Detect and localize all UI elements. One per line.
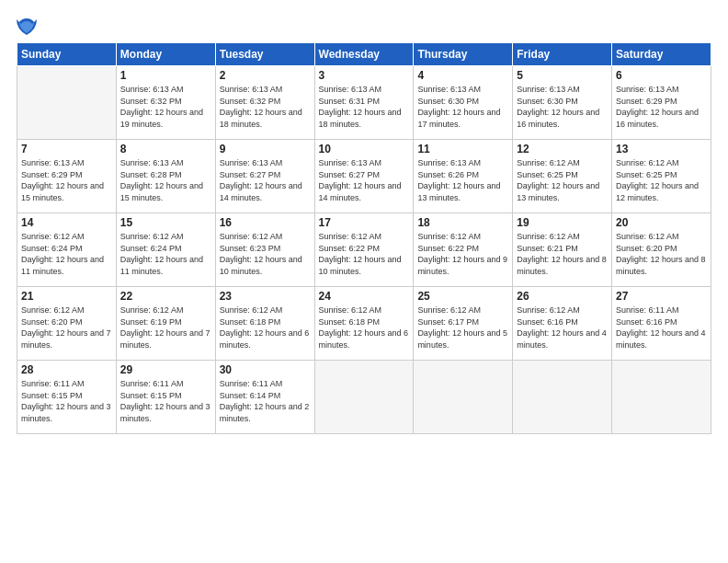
day-cell: 2Sunrise: 6:13 AM Sunset: 6:32 PM Daylig… bbox=[215, 66, 314, 140]
day-number: 15 bbox=[120, 216, 211, 229]
header bbox=[17, 17, 711, 37]
day-info: Sunrise: 6:12 AM Sunset: 6:20 PM Dayligh… bbox=[616, 231, 707, 277]
day-cell: 7Sunrise: 6:13 AM Sunset: 6:29 PM Daylig… bbox=[17, 140, 117, 213]
day-cell bbox=[17, 66, 117, 140]
day-number: 21 bbox=[21, 290, 112, 303]
day-info: Sunrise: 6:12 AM Sunset: 6:21 PM Dayligh… bbox=[517, 231, 608, 277]
day-cell: 24Sunrise: 6:12 AM Sunset: 6:18 PM Dayli… bbox=[314, 287, 414, 361]
day-cell bbox=[414, 361, 513, 434]
day-cell: 28Sunrise: 6:11 AM Sunset: 6:15 PM Dayli… bbox=[17, 361, 117, 434]
day-cell: 12Sunrise: 6:12 AM Sunset: 6:25 PM Dayli… bbox=[513, 140, 612, 213]
day-info: Sunrise: 6:11 AM Sunset: 6:14 PM Dayligh… bbox=[220, 378, 311, 424]
week-row-5: 28Sunrise: 6:11 AM Sunset: 6:15 PM Dayli… bbox=[17, 361, 711, 434]
week-row-2: 7Sunrise: 6:13 AM Sunset: 6:29 PM Daylig… bbox=[17, 140, 711, 213]
day-info: Sunrise: 6:13 AM Sunset: 6:30 PM Dayligh… bbox=[517, 84, 608, 130]
day-info: Sunrise: 6:12 AM Sunset: 6:18 PM Dayligh… bbox=[319, 304, 410, 350]
day-number: 30 bbox=[220, 363, 311, 376]
day-info: Sunrise: 6:13 AM Sunset: 6:30 PM Dayligh… bbox=[417, 84, 508, 130]
day-cell: 13Sunrise: 6:12 AM Sunset: 6:25 PM Dayli… bbox=[612, 140, 711, 213]
day-number: 28 bbox=[21, 363, 112, 376]
day-info: Sunrise: 6:12 AM Sunset: 6:18 PM Dayligh… bbox=[220, 304, 311, 350]
col-wednesday: Wednesday bbox=[314, 43, 414, 66]
day-cell: 15Sunrise: 6:12 AM Sunset: 6:24 PM Dayli… bbox=[116, 213, 215, 287]
day-number: 16 bbox=[220, 216, 311, 229]
day-cell: 22Sunrise: 6:12 AM Sunset: 6:19 PM Dayli… bbox=[116, 287, 215, 361]
day-info: Sunrise: 6:13 AM Sunset: 6:26 PM Dayligh… bbox=[417, 157, 508, 203]
day-info: Sunrise: 6:11 AM Sunset: 6:16 PM Dayligh… bbox=[616, 304, 707, 350]
page: Sunday Monday Tuesday Wednesday Thursday… bbox=[0, 0, 728, 563]
day-cell: 11Sunrise: 6:13 AM Sunset: 6:26 PM Dayli… bbox=[414, 140, 513, 213]
day-info: Sunrise: 6:13 AM Sunset: 6:29 PM Dayligh… bbox=[21, 157, 112, 203]
week-row-4: 21Sunrise: 6:12 AM Sunset: 6:20 PM Dayli… bbox=[17, 287, 711, 361]
day-number: 23 bbox=[220, 290, 311, 303]
day-cell: 19Sunrise: 6:12 AM Sunset: 6:21 PM Dayli… bbox=[513, 213, 612, 287]
day-cell: 27Sunrise: 6:11 AM Sunset: 6:16 PM Dayli… bbox=[612, 287, 711, 361]
day-info: Sunrise: 6:12 AM Sunset: 6:20 PM Dayligh… bbox=[21, 304, 112, 350]
day-info: Sunrise: 6:12 AM Sunset: 6:22 PM Dayligh… bbox=[417, 231, 508, 277]
day-info: Sunrise: 6:13 AM Sunset: 6:29 PM Dayligh… bbox=[616, 84, 707, 130]
day-cell: 8Sunrise: 6:13 AM Sunset: 6:28 PM Daylig… bbox=[116, 140, 215, 213]
day-info: Sunrise: 6:12 AM Sunset: 6:17 PM Dayligh… bbox=[417, 304, 508, 350]
day-cell: 9Sunrise: 6:13 AM Sunset: 6:27 PM Daylig… bbox=[215, 140, 314, 213]
day-info: Sunrise: 6:13 AM Sunset: 6:27 PM Dayligh… bbox=[220, 157, 311, 203]
day-info: Sunrise: 6:12 AM Sunset: 6:24 PM Dayligh… bbox=[120, 231, 211, 277]
day-info: Sunrise: 6:13 AM Sunset: 6:28 PM Dayligh… bbox=[120, 157, 211, 203]
day-number: 1 bbox=[120, 69, 211, 82]
day-number: 29 bbox=[120, 363, 211, 376]
day-number: 2 bbox=[220, 69, 311, 82]
day-number: 26 bbox=[517, 290, 608, 303]
day-number: 25 bbox=[417, 290, 508, 303]
day-info: Sunrise: 6:12 AM Sunset: 6:19 PM Dayligh… bbox=[120, 304, 211, 350]
day-number: 7 bbox=[21, 143, 112, 155]
day-number: 17 bbox=[319, 216, 410, 229]
day-info: Sunrise: 6:11 AM Sunset: 6:15 PM Dayligh… bbox=[21, 378, 112, 424]
calendar-table: Sunday Monday Tuesday Wednesday Thursday… bbox=[17, 42, 711, 434]
day-cell bbox=[513, 361, 612, 434]
day-number: 9 bbox=[220, 143, 311, 155]
day-cell: 26Sunrise: 6:12 AM Sunset: 6:16 PM Dayli… bbox=[513, 287, 612, 361]
day-cell: 25Sunrise: 6:12 AM Sunset: 6:17 PM Dayli… bbox=[414, 287, 513, 361]
day-cell bbox=[314, 361, 414, 434]
day-number: 20 bbox=[616, 216, 707, 229]
day-number: 4 bbox=[417, 69, 508, 82]
day-number: 12 bbox=[517, 143, 608, 155]
header-row: Sunday Monday Tuesday Wednesday Thursday… bbox=[17, 43, 711, 66]
day-info: Sunrise: 6:11 AM Sunset: 6:15 PM Dayligh… bbox=[120, 378, 211, 424]
day-cell: 14Sunrise: 6:12 AM Sunset: 6:24 PM Dayli… bbox=[17, 213, 117, 287]
week-row-1: 1Sunrise: 6:13 AM Sunset: 6:32 PM Daylig… bbox=[17, 66, 711, 140]
day-number: 8 bbox=[120, 143, 211, 155]
day-info: Sunrise: 6:13 AM Sunset: 6:27 PM Dayligh… bbox=[319, 157, 410, 203]
day-number: 10 bbox=[319, 143, 410, 155]
day-number: 5 bbox=[517, 69, 608, 82]
col-sunday: Sunday bbox=[17, 43, 117, 66]
day-cell: 4Sunrise: 6:13 AM Sunset: 6:30 PM Daylig… bbox=[414, 66, 513, 140]
day-number: 14 bbox=[21, 216, 112, 229]
col-tuesday: Tuesday bbox=[215, 43, 314, 66]
day-cell: 21Sunrise: 6:12 AM Sunset: 6:20 PM Dayli… bbox=[17, 287, 117, 361]
day-info: Sunrise: 6:12 AM Sunset: 6:25 PM Dayligh… bbox=[616, 157, 707, 203]
day-cell: 18Sunrise: 6:12 AM Sunset: 6:22 PM Dayli… bbox=[414, 213, 513, 287]
day-cell: 29Sunrise: 6:11 AM Sunset: 6:15 PM Dayli… bbox=[116, 361, 215, 434]
logo-icon bbox=[17, 17, 37, 37]
col-saturday: Saturday bbox=[612, 43, 711, 66]
day-number: 3 bbox=[319, 69, 410, 82]
col-friday: Friday bbox=[513, 43, 612, 66]
day-cell bbox=[612, 361, 711, 434]
day-info: Sunrise: 6:12 AM Sunset: 6:22 PM Dayligh… bbox=[319, 231, 410, 277]
day-number: 27 bbox=[616, 290, 707, 303]
day-cell: 23Sunrise: 6:12 AM Sunset: 6:18 PM Dayli… bbox=[215, 287, 314, 361]
day-number: 6 bbox=[616, 69, 707, 82]
day-number: 22 bbox=[120, 290, 211, 303]
day-info: Sunrise: 6:12 AM Sunset: 6:25 PM Dayligh… bbox=[517, 157, 608, 203]
day-cell: 17Sunrise: 6:12 AM Sunset: 6:22 PM Dayli… bbox=[314, 213, 414, 287]
day-info: Sunrise: 6:13 AM Sunset: 6:32 PM Dayligh… bbox=[220, 84, 311, 130]
week-row-3: 14Sunrise: 6:12 AM Sunset: 6:24 PM Dayli… bbox=[17, 213, 711, 287]
day-cell: 30Sunrise: 6:11 AM Sunset: 6:14 PM Dayli… bbox=[215, 361, 314, 434]
logo bbox=[17, 17, 40, 37]
day-number: 11 bbox=[417, 143, 508, 155]
col-thursday: Thursday bbox=[414, 43, 513, 66]
day-cell: 16Sunrise: 6:12 AM Sunset: 6:23 PM Dayli… bbox=[215, 213, 314, 287]
day-cell: 10Sunrise: 6:13 AM Sunset: 6:27 PM Dayli… bbox=[314, 140, 414, 213]
day-cell: 5Sunrise: 6:13 AM Sunset: 6:30 PM Daylig… bbox=[513, 66, 612, 140]
day-cell: 6Sunrise: 6:13 AM Sunset: 6:29 PM Daylig… bbox=[612, 66, 711, 140]
